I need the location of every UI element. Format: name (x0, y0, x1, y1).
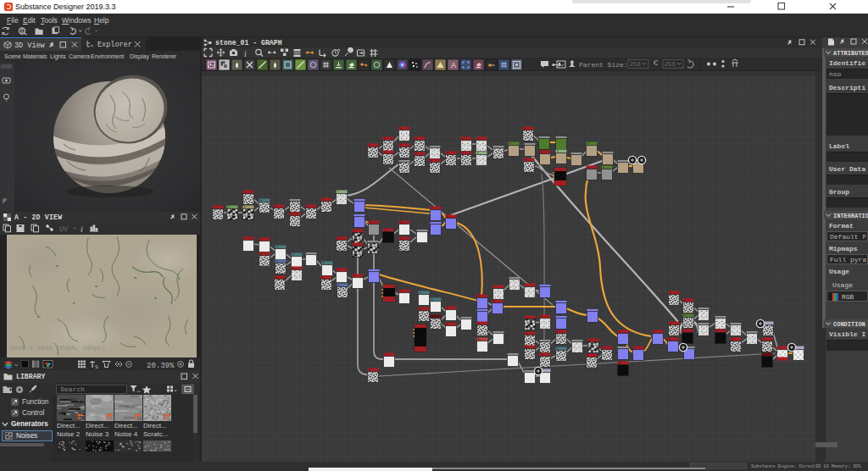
svg-text:20.39%: 20.39% (147, 362, 175, 370)
svg-text:2048 x 2048 (RGBA, 16bpc): 2048 x 2048 (RGBA, 16bpc) (10, 345, 106, 352)
svg-text:UV: UV (59, 225, 69, 234)
svg-text:A: A (451, 61, 456, 69)
svg-text:S: S (95, 364, 98, 369)
svg-text:i: i (81, 224, 83, 234)
svg-text:Parent Size:: Parent Size: (579, 61, 628, 69)
svg-text:i: i (244, 49, 247, 58)
svg-text:256: 256 (665, 61, 676, 68)
svg-text:256: 256 (630, 61, 641, 68)
